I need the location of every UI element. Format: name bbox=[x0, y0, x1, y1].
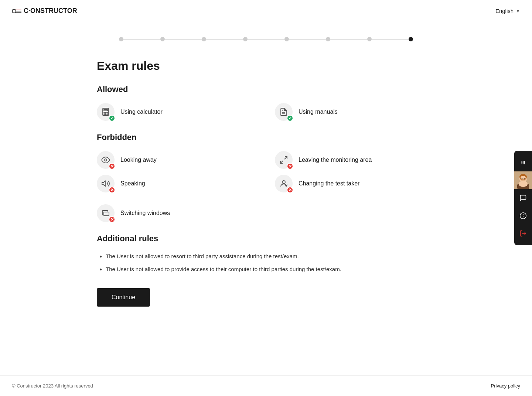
additional-rules-section: Additional rules The User is not allowed… bbox=[97, 234, 435, 273]
exit-icon bbox=[519, 230, 527, 237]
step-5 bbox=[284, 37, 289, 41]
logo-text: C·ONSTRUCTOR bbox=[24, 7, 77, 15]
header: C·ONSTRUCTOR English ▼ bbox=[0, 0, 532, 22]
monitor-icon-wrap: ✕ bbox=[275, 151, 293, 169]
manuals-rule-label: Using manuals bbox=[299, 109, 338, 115]
svg-rect-21 bbox=[104, 212, 109, 216]
step-line-3 bbox=[206, 39, 243, 40]
svg-point-40 bbox=[522, 178, 523, 180]
list-item: ✓ Using calculator bbox=[97, 103, 257, 121]
speaking-label: Speaking bbox=[120, 180, 145, 187]
volume-icon bbox=[101, 179, 110, 188]
step-2 bbox=[160, 37, 165, 41]
dots-grid-icon bbox=[519, 159, 527, 166]
additional-section-title: Additional rules bbox=[97, 234, 435, 243]
chat-button[interactable] bbox=[514, 189, 532, 207]
avatar-svg bbox=[514, 171, 532, 189]
svg-point-29 bbox=[523, 163, 524, 164]
svg-point-11 bbox=[107, 114, 108, 115]
step-3 bbox=[202, 37, 206, 41]
step-1 bbox=[119, 37, 123, 41]
list-item: ✕ Speaking bbox=[97, 175, 257, 192]
svg-point-41 bbox=[524, 178, 525, 180]
switching-windows-label: Switching windows bbox=[120, 210, 170, 216]
copyright-text: © Constructor 2023 All rights reserved bbox=[12, 383, 93, 389]
logo-icon bbox=[12, 7, 22, 15]
monitor-area-icon bbox=[279, 156, 288, 164]
volume-icon-wrap: ✕ bbox=[97, 175, 115, 192]
info-icon bbox=[519, 212, 527, 219]
sidebar-dots-button[interactable] bbox=[514, 154, 532, 171]
step-line-4 bbox=[248, 39, 284, 40]
forbidden-badge-4: ✕ bbox=[287, 187, 293, 193]
forbidden-badge-2: ✕ bbox=[287, 163, 293, 170]
eye-icon-wrap: ✕ bbox=[97, 151, 115, 169]
svg-point-24 bbox=[524, 161, 525, 162]
forbidden-section-title: Forbidden bbox=[97, 133, 435, 142]
step-line-6 bbox=[330, 39, 367, 40]
step-line-7 bbox=[372, 39, 409, 40]
svg-point-25 bbox=[521, 162, 522, 163]
svg-point-10 bbox=[105, 114, 106, 115]
svg-point-30 bbox=[524, 163, 525, 164]
right-sidebar bbox=[514, 151, 532, 245]
list-item: ✓ Using manuals bbox=[275, 103, 435, 121]
user-avatar[interactable] bbox=[514, 171, 532, 189]
list-item: ✕ Leaving the monitoring area bbox=[275, 151, 435, 169]
continue-button[interactable]: Continue bbox=[97, 288, 150, 307]
monitoring-area-label: Leaving the monitoring area bbox=[299, 157, 372, 163]
svg-point-19 bbox=[282, 181, 285, 184]
document-icon bbox=[279, 107, 288, 116]
switching-windows-row: ✕ Switching windows bbox=[97, 204, 435, 222]
svg-point-45 bbox=[523, 214, 524, 215]
svg-point-22 bbox=[521, 161, 522, 162]
calculator-rule-label: Using calculator bbox=[120, 109, 163, 115]
allowed-badge-2: ✓ bbox=[287, 115, 293, 122]
list-item: ✕ Looking away bbox=[97, 151, 257, 169]
svg-line-17 bbox=[280, 161, 283, 163]
logo: C·ONSTRUCTOR bbox=[12, 7, 77, 15]
list-item: ✕ Switching windows bbox=[97, 204, 435, 222]
chevron-down-icon: ▼ bbox=[516, 8, 520, 14]
person-switch-icon bbox=[279, 179, 288, 188]
window-icon-wrap: ✕ bbox=[97, 204, 115, 222]
svg-point-26 bbox=[523, 162, 524, 163]
step-line-2 bbox=[165, 39, 202, 40]
svg-line-16 bbox=[284, 157, 287, 159]
eye-icon bbox=[101, 156, 110, 164]
calculator-icon bbox=[101, 107, 110, 116]
svg-point-7 bbox=[105, 112, 106, 113]
svg-point-6 bbox=[104, 112, 105, 113]
step-7 bbox=[367, 37, 372, 41]
avatar-image bbox=[514, 171, 532, 189]
svg-point-35 bbox=[519, 181, 528, 187]
calculator-icon-wrap: ✓ bbox=[97, 103, 115, 121]
svg-rect-5 bbox=[104, 109, 108, 111]
info-button[interactable] bbox=[514, 207, 532, 225]
svg-point-9 bbox=[104, 114, 105, 115]
looking-away-label: Looking away bbox=[120, 157, 157, 163]
svg-point-8 bbox=[107, 112, 108, 113]
person-icon-wrap: ✕ bbox=[275, 175, 293, 192]
svg-marker-18 bbox=[102, 181, 105, 186]
chat-icon bbox=[519, 194, 527, 202]
step-8-active bbox=[409, 37, 413, 41]
forbidden-badge-3: ✕ bbox=[109, 187, 115, 193]
privacy-policy-link[interactable]: Privacy policy bbox=[491, 383, 520, 389]
additional-rule-2: The User is not allowed to provide acces… bbox=[106, 265, 435, 274]
forbidden-badge: ✕ bbox=[109, 163, 115, 170]
step-line-5 bbox=[289, 39, 326, 40]
step-6 bbox=[326, 37, 330, 41]
additional-rules-list: The User is not allowed to resort to thi… bbox=[97, 252, 435, 273]
language-selector[interactable]: English ▼ bbox=[495, 8, 520, 14]
exit-button[interactable] bbox=[514, 225, 532, 242]
svg-point-39 bbox=[521, 176, 526, 180]
svg-point-0 bbox=[12, 9, 16, 13]
test-taker-label: Changing the test taker bbox=[299, 180, 359, 187]
svg-point-28 bbox=[521, 163, 522, 164]
list-item: ✕ Changing the test taker bbox=[275, 175, 435, 192]
progress-stepper bbox=[97, 37, 435, 41]
svg-point-15 bbox=[105, 159, 107, 161]
forbidden-rules-grid: ✕ Looking away ✕ Leaving the monitoring … bbox=[97, 151, 435, 192]
allowed-section-title: Allowed bbox=[97, 85, 435, 94]
